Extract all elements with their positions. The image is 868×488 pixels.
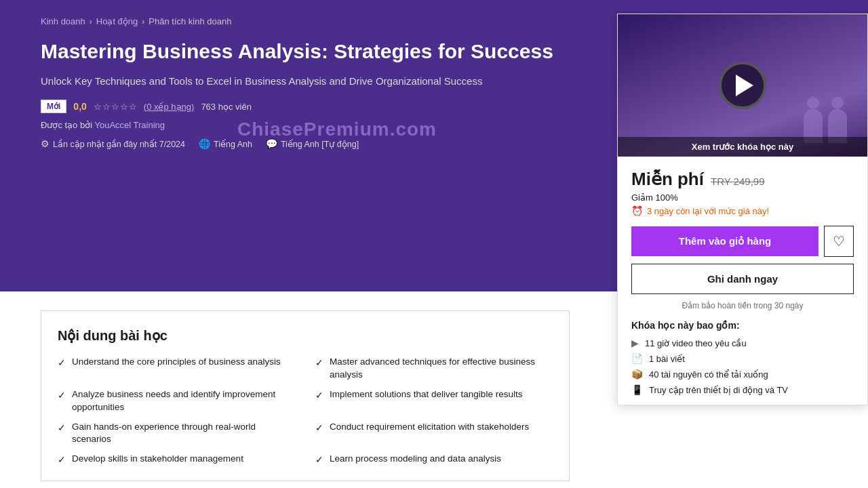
check-icon-2: ✓ [58,389,66,403]
timer-icon: ⏰ [631,205,643,216]
objective-text-6: Develop skills in stakeholder management [72,453,243,466]
course-title: Mastering Business Analysis: Strategies … [41,39,597,64]
stars: ☆ ☆ ☆ ☆ ☆ [94,102,137,112]
star-2: ☆ [102,102,111,112]
breadcrumb-sep-2: › [142,17,144,26]
objective-item-6: ✓ Develop skills in stakeholder manageme… [58,453,295,467]
article-icon: 📄 [631,353,643,364]
language-text: Tiếng Anh [214,139,252,149]
check-icon-4: ✓ [58,422,66,435]
wishlist-button[interactable]: ♡ [824,226,854,257]
breadcrumb-current: Phân tích kinh doanh [149,16,231,26]
update-icon: ⚙ [41,138,50,149]
star-5: ☆ [129,102,137,112]
hero-section: Kinh doanh › Hoạt động › Phân tích kinh … [0,0,868,291]
students-count: 763 học viên [201,102,252,112]
check-icon-6: ✓ [58,453,66,467]
includes-item-mobile: 📱 Truy cập trên thiết bị di động và TV [631,384,854,395]
breadcrumb-kinh-doanh[interactable]: Kinh doanh [41,16,85,26]
rating-score: 0,0 [73,101,86,112]
course-preview[interactable]: Xem trước khóa học này [618,14,867,157]
objective-text-2: Analyze business needs and identify impr… [72,388,295,414]
info-caption: 💬 Tiếng Anh [Tự động] [266,138,359,149]
caption-icon: 💬 [266,138,277,149]
objective-item-3: ✓ Implement solutions that deliver tangi… [315,388,553,414]
objective-text-4: Gain hands-on experience through real-wo… [72,421,295,447]
panel-body: Miễn phí TRY 249,99 Giảm 100% ⏰ 3 ngày c… [618,157,867,405]
includes-video-text: 11 giờ video theo yêu cầu [645,338,747,348]
creator-link[interactable]: YouAccel Training [94,120,165,130]
objectives-grid: ✓ Understand the core principles of busi… [58,356,553,467]
star-3: ☆ [111,102,119,112]
heart-icon: ♡ [833,233,845,249]
update-text: Lần cập nhật gần đây nhất 7/2024 [53,139,185,149]
price-free: Miễn phí [631,169,704,190]
creator-prefix: Được tạo bởi [41,120,92,130]
add-to-cart-button[interactable]: Thêm vào giỏ hàng [631,226,818,256]
star-4: ☆ [120,102,128,112]
language-icon: 🌐 [199,138,210,149]
caption-text: Tiếng Anh [Tự động] [281,139,359,149]
right-panel: Xem trước khóa học này Miễn phí TRY 249,… [617,14,868,405]
objective-text-5: Conduct requirement elicitation with sta… [330,421,529,434]
enroll-button[interactable]: Ghi danh ngay [631,264,854,294]
objective-item-0: ✓ Understand the core principles of busi… [58,356,295,382]
price-row: Miễn phí TRY 249,99 [631,169,854,190]
objective-item-2: ✓ Analyze business needs and identify im… [58,388,295,414]
course-subtitle: Unlock Key Techniques and Tools to Excel… [41,74,570,89]
check-icon-7: ✓ [315,453,323,467]
info-update: ⚙ Lần cập nhật gần đây nhất 7/2024 [41,138,185,149]
mobile-icon: 📱 [631,384,643,395]
includes-item-resources: 📦 40 tài nguyên có thể tải xuống [631,369,854,380]
discount-row: Giảm 100% [631,192,854,203]
play-icon [736,75,753,96]
rating-count[interactable]: (0 xếp hạng) [144,102,195,112]
content-box: Nội dung bài học ✓ Understand the core p… [41,310,570,481]
objective-text-0: Understand the core principles of busine… [72,356,281,369]
preview-label: Xem trước khóa học này [618,137,867,157]
content-box-title: Nội dung bài học [58,327,553,344]
includes-item-video: ▶ 11 giờ video theo yêu cầu [631,338,854,348]
objective-text-1: Master advanced techniques for effective… [330,356,553,382]
objective-item-1: ✓ Master advanced techniques for effecti… [315,356,553,382]
includes-list: ▶ 11 giờ video theo yêu cầu 📄 1 bài viết… [631,338,854,395]
main-content: Nội dung bài học ✓ Understand the core p… [0,291,610,488]
play-button[interactable] [719,62,766,109]
check-icon-0: ✓ [58,357,66,370]
timer-row: ⏰ 3 ngày còn lại với mức giá này! [631,205,854,216]
check-icon-5: ✓ [315,422,323,435]
check-icon-1: ✓ [315,357,323,370]
breadcrumb-hoat-dong[interactable]: Hoạt động [96,16,138,26]
price-original: TRY 249,99 [711,176,765,187]
objective-text-7: Learn process modeling and data analysis [330,453,501,466]
download-icon: 📦 [631,369,643,380]
badge-new: Mới [41,100,66,113]
video-icon: ▶ [631,338,639,348]
page-wrapper: Kinh doanh › Hoạt động › Phân tích kinh … [0,0,868,488]
timer-text: 3 ngày còn lại với mức giá này! [647,206,769,216]
includes-article-text: 1 bài viết [649,354,685,364]
info-language: 🌐 Tiếng Anh [199,138,252,149]
star-1: ☆ [94,102,102,112]
check-icon-3: ✓ [315,389,323,403]
guarantee-text: Đảm bảo hoàn tiền trong 30 ngày [631,301,854,310]
breadcrumb-sep-1: › [90,17,92,26]
objective-item-7: ✓ Learn process modeling and data analys… [315,453,553,467]
cart-row: Thêm vào giỏ hàng ♡ [631,226,854,257]
includes-mobile-text: Truy cập trên thiết bị di động và TV [649,385,788,395]
objective-text-3: Implement solutions that deliver tangibl… [330,388,522,401]
includes-title: Khóa học này bao gồm: [631,320,854,331]
objective-item-4: ✓ Gain hands-on experience through real-… [58,421,295,447]
objective-item-5: ✓ Conduct requirement elicitation with s… [315,421,553,447]
includes-resources-text: 40 tài nguyên có thể tải xuống [649,369,768,380]
includes-item-article: 📄 1 bài viết [631,353,854,364]
